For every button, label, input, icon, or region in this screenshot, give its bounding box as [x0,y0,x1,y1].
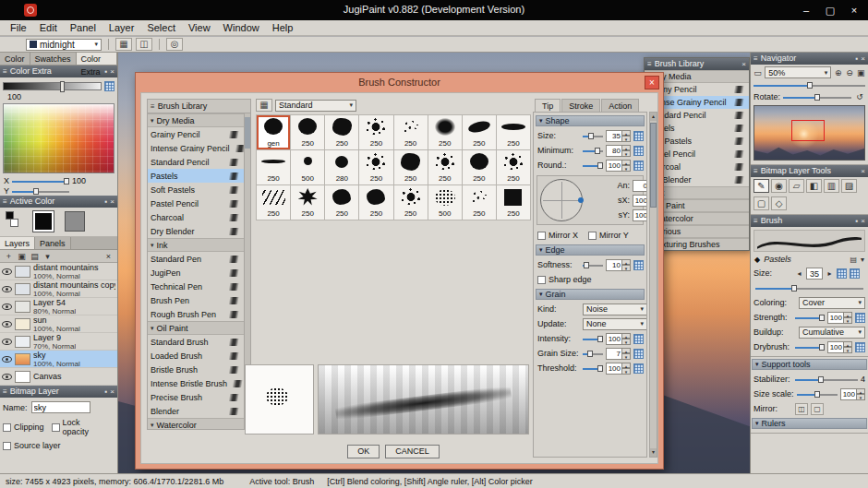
gradient-tool-icon[interactable]: ▥ [824,179,839,193]
brush-tip-250[interactable]: 250 [291,185,324,220]
spin-value[interactable]: 100 [840,388,857,400]
brush-tip-250[interactable]: 250 [257,185,290,220]
layer-row-distant-mountains[interactable]: distant mountains100%, Normal [0,263,117,280]
panel-close-icon[interactable]: × [110,386,115,398]
slider-handle[interactable] [819,344,825,351]
slider-track[interactable] [753,82,865,89]
brush-tip-250[interactable]: 250 [325,115,358,149]
value-gradient-slider[interactable] [3,82,102,90]
slider-handle[interactable] [587,351,593,357]
spin-value[interactable]: 100 [606,160,622,172]
visibility-eye-icon[interactable] [2,339,12,345]
pressure-grid-icon[interactable] [104,81,115,91]
brush-tip-gen[interactable]: gen [257,115,290,149]
active-color-swatch[interactable] [33,211,54,232]
angle-dial[interactable] [540,179,583,221]
pressure-grid-icon[interactable] [855,342,865,352]
coloring-dropdown[interactable]: Cover▾ [799,297,865,309]
spin-down-icon[interactable]: ▾ [622,165,631,172]
close-icon[interactable]: × [848,3,861,18]
duplicate-layer-icon[interactable]: ▤ [29,252,41,261]
tab-layers[interactable]: Layers [0,237,35,249]
navigator-thumbnail[interactable] [753,105,865,161]
library-item-intense-grainy-pencil[interactable]: Intense Grainy Pencil [148,141,244,155]
pressure-grid-icon[interactable] [837,268,847,279]
checkbox-source-layer[interactable] [3,442,11,450]
library-item-intense-bristle-brush[interactable]: Intense Bristle Brush [148,376,244,390]
spin-down-icon[interactable]: ▾ [857,394,865,400]
slider-handle[interactable] [814,94,820,101]
visibility-eye-icon[interactable] [2,356,12,363]
pressure-grid-icon[interactable] [633,349,644,359]
spin-value[interactable]: 100 [633,195,647,207]
brush-tip-250[interactable]: 250 [394,115,428,149]
add-layer-icon[interactable]: + [3,252,15,261]
slider-track[interactable] [795,344,825,351]
brush-tip-250[interactable]: 250 [359,115,392,149]
brush-tip-250[interactable]: 250 [463,150,496,184]
spin-down-icon[interactable]: ▾ [844,317,852,324]
checkbox-lock-opacity[interactable] [52,423,60,432]
panel-close-icon[interactable]: × [110,65,115,77]
brush-tip-250[interactable]: 250 [394,150,428,184]
scrollbar-thumb[interactable] [245,117,250,149]
panel-close-icon[interactable]: × [861,215,865,227]
eraser-tool-icon[interactable]: ▱ [789,179,804,193]
mirror-vertical-icon[interactable]: ▢ [811,403,824,415]
panel-menu-icon[interactable]: ≡ [753,215,758,227]
menu-window[interactable]: Window [217,22,266,33]
library-item-brush-pen[interactable]: Brush Pen [148,293,244,307]
layer-row-distant-mountains-copy[interactable]: distant mountains copy100%, Normal [0,280,117,298]
tip-view-grid-icon[interactable]: ▦ [256,99,272,112]
layer-row-canvas[interactable]: Canvas [0,368,117,386]
checkbox-sharp-edge[interactable] [537,276,546,284]
slider-handle[interactable] [595,148,600,154]
library-item-rough-brush-pen[interactable]: Rough Brush Pen [148,307,244,321]
spin-value[interactable]: 7 [606,348,622,360]
menu-panel[interactable]: Panel [64,22,102,33]
tab-swatches[interactable]: Swatches [30,53,77,65]
buildup-dropdown[interactable]: Cumulative▾ [799,327,865,339]
slider-handle[interactable] [597,365,603,372]
visibility-eye-icon[interactable] [2,374,12,380]
brush-preset-row[interactable]: ◆ Pastels ▤ ▾ [751,253,868,266]
library-item-standard-brush[interactable]: Standard Brush [148,335,244,349]
maximize-icon[interactable]: ▢ [824,3,837,18]
panel-pin-icon[interactable]: ▪ [104,65,107,77]
layer-name-input[interactable] [31,401,90,413]
layer-row-sky[interactable]: sky100%, Normal [0,351,117,368]
slider-track[interactable] [583,162,603,169]
zoom-dropdown[interactable]: 50% ▾ [765,66,831,78]
brush-tip-280[interactable]: 280 [325,150,358,184]
library-item-pastels[interactable]: Pastels [148,169,244,183]
spin-value[interactable]: 10 [606,259,622,271]
update-dropdown[interactable]: None▾ [583,318,647,330]
pressure-grid-icon[interactable] [633,161,644,171]
slider-track[interactable] [795,376,858,383]
library-item-bristle-brush[interactable]: Bristle Brush [148,363,244,376]
tab-panels[interactable]: Panels [35,237,71,249]
panel-pin-icon[interactable]: ▪ [104,196,107,208]
fill-tool-icon[interactable]: ◧ [806,179,822,193]
tab-tip[interactable]: Tip [535,99,561,112]
workspace-preset-dropdown[interactable]: midnight ▾ [26,39,102,51]
spin-down-icon[interactable]: ▾ [622,150,631,157]
tab-color[interactable]: Color [0,53,30,65]
visibility-eye-icon[interactable] [2,304,12,310]
brush-tip-250[interactable]: 250 [428,150,462,184]
slider-handle[interactable] [60,81,65,92]
color-palette-grid[interactable] [3,103,115,173]
slider-handle[interactable] [588,133,594,139]
menu-file[interactable]: File [4,22,33,33]
slider-track[interactable] [795,315,825,321]
tab-stroke[interactable]: Stroke [561,99,600,112]
brush-tip-250[interactable]: 250 [394,185,428,220]
checkbox-mirror-y[interactable] [588,232,597,240]
library-item-soft-pastels[interactable]: Soft Pastels [148,183,244,196]
panel-menu-icon[interactable]: ≡ [753,53,758,65]
slider-handle[interactable] [819,315,825,321]
slider-handle[interactable] [64,178,69,184]
menu-edit[interactable]: Edit [33,22,64,33]
slider-track[interactable] [583,133,603,139]
menu-view[interactable]: View [182,22,217,33]
